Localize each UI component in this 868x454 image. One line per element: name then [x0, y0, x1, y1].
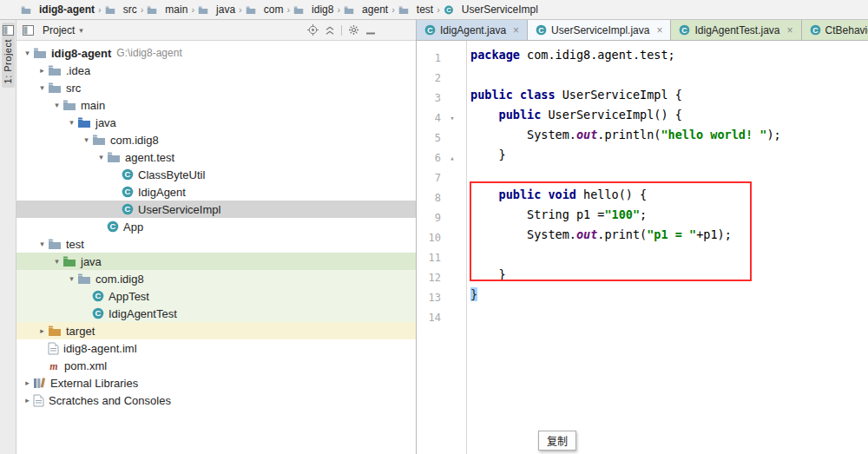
code-line[interactable]: } [470, 267, 868, 287]
code-line[interactable] [470, 68, 868, 88]
code-line[interactable]: public void hello() { [470, 188, 868, 207]
line-number[interactable]: 12 [417, 272, 441, 284]
code-line[interactable]: System.out.print("p1 = "+p1); [470, 227, 868, 247]
chevron-down-icon[interactable]: ▾ [95, 153, 107, 161]
settings-icon[interactable] [348, 24, 359, 36]
tree-row[interactable]: idig8-agent.iml [16, 339, 416, 357]
line-number[interactable]: 4 [417, 112, 441, 124]
tree-row[interactable]: CClassByteUtil [16, 166, 416, 183]
chevron-down-icon[interactable]: ▾ [36, 240, 48, 248]
locate-icon[interactable] [307, 24, 319, 36]
project-view-selector[interactable]: Project ▾ [23, 24, 83, 36]
gutter-row[interactable]: 8 [417, 188, 466, 207]
chevron-right-icon[interactable]: ▸ [22, 378, 33, 387]
breadcrumb-item[interactable]: src [102, 3, 140, 16]
tree-row[interactable]: CIdigAgent [16, 183, 416, 201]
close-icon[interactable]: × [787, 24, 793, 36]
code-line[interactable]: public UserServiceImpl() { [470, 108, 868, 128]
tree-row[interactable]: ▾src [16, 79, 416, 96]
close-icon[interactable]: × [513, 24, 519, 36]
gutter-row[interactable]: 10 [417, 227, 466, 247]
tree-row[interactable]: ▸External Libraries [16, 374, 416, 391]
breadcrumb-item[interactable]: java [195, 3, 238, 16]
line-number[interactable]: 2 [417, 72, 441, 84]
breadcrumb-item[interactable]: CUserServiceImpl [441, 3, 541, 16]
fold-close-icon[interactable]: ▴ [441, 154, 464, 162]
gutter-row[interactable]: 1 [417, 48, 466, 68]
gutter-row[interactable]: 9 [417, 207, 466, 227]
line-number[interactable]: 11 [417, 252, 441, 264]
tree-row[interactable]: ▾agent.test [16, 148, 416, 166]
line-number[interactable]: 8 [417, 192, 441, 204]
chevron-down-icon[interactable]: ▾ [66, 118, 77, 127]
project-tool-window-button[interactable]: 1: Project [2, 23, 15, 88]
line-number[interactable]: 13 [417, 292, 441, 304]
fold-open-icon[interactable]: ▾ [441, 114, 464, 122]
gutter-row[interactable]: 4▾ [417, 108, 466, 128]
line-number[interactable]: 7 [417, 172, 441, 184]
tree-row[interactable]: CUserServiceImpl [16, 201, 416, 218]
tree-row[interactable]: ▾com.idig8 [16, 270, 416, 287]
tree-row[interactable]: ▾java [16, 253, 416, 270]
line-number[interactable]: 3 [417, 92, 441, 104]
gutter-row[interactable]: 14 [417, 307, 466, 327]
line-number[interactable]: 6 [417, 152, 441, 164]
editor-tab[interactable]: CIdigAgent.java× [417, 20, 528, 40]
code-line[interactable]: package com.idig8.agent.test; [470, 48, 868, 68]
gutter-row[interactable]: 6▴ [417, 148, 466, 168]
breadcrumb-item[interactable]: com [243, 3, 286, 16]
gutter-row[interactable]: 3 [417, 88, 466, 108]
chevron-down-icon[interactable]: ▾ [22, 49, 33, 57]
close-icon[interactable]: × [656, 24, 662, 36]
code-line[interactable]: System.out.println("hello world! "); [470, 128, 868, 148]
code-line[interactable] [470, 247, 868, 267]
tree-row[interactable]: ▾com.idig8 [16, 131, 416, 148]
chevron-down-icon[interactable]: ▾ [81, 135, 92, 144]
tree-row[interactable]: ▾idig8-agentG:\idig8-agent [16, 44, 416, 62]
breadcrumb-item[interactable]: idig8 [291, 3, 336, 16]
chevron-right-icon[interactable]: ▸ [36, 326, 48, 335]
hide-icon[interactable] [365, 25, 376, 36]
tree-row[interactable]: ▾java [16, 114, 416, 131]
code-line[interactable]: } [470, 287, 868, 307]
chevron-down-icon[interactable]: ▾ [51, 257, 62, 266]
gutter-row[interactable]: 13 [417, 287, 466, 307]
breadcrumb-item[interactable]: test [396, 3, 436, 16]
code-line[interactable] [470, 168, 868, 188]
line-number[interactable]: 5 [417, 132, 441, 144]
gutter-row[interactable]: 5 [417, 128, 466, 148]
editor-tab[interactable]: CUserServiceImpl.java× [528, 20, 671, 40]
tree-row[interactable]: ▸Scratches and Consoles [16, 391, 416, 409]
editor-tab[interactable]: CCtBehavior [802, 20, 868, 40]
gutter-row[interactable]: 11 [417, 247, 466, 267]
chevron-down-icon[interactable]: ▾ [51, 101, 62, 109]
code-line[interactable] [470, 307, 868, 327]
chevron-down-icon[interactable]: ▾ [36, 83, 48, 92]
gutter-row[interactable]: 7 [417, 168, 466, 188]
breadcrumb-item[interactable]: main [144, 3, 190, 16]
breadcrumb-item[interactable]: idig8-agent [18, 3, 97, 16]
chevron-right-icon[interactable]: ▸ [36, 66, 48, 75]
code-lines[interactable]: package com.idig8.agent.test;public clas… [467, 41, 868, 454]
tree-row[interactable]: CIdigAgentTest [16, 305, 416, 322]
copy-tooltip[interactable]: 复制 [538, 431, 576, 451]
code-line[interactable]: String p1 ="100"; [470, 207, 868, 227]
gutter-row[interactable]: 2 [417, 68, 466, 88]
tree-row[interactable]: ▾main [16, 96, 416, 114]
tree-row[interactable]: ▸.idea [16, 62, 416, 79]
chevron-right-icon[interactable]: ▸ [22, 396, 33, 405]
editor-tab[interactable]: CIdigAgentTest.java× [671, 20, 801, 40]
tree-row[interactable]: CApp [16, 218, 416, 235]
collapse-all-icon[interactable] [325, 25, 335, 36]
line-number[interactable]: 1 [417, 52, 441, 64]
gutter-row[interactable]: 12 [417, 267, 466, 287]
tree-row[interactable]: ▸target [16, 322, 416, 339]
code-line[interactable]: } [470, 148, 868, 168]
line-number[interactable]: 14 [417, 312, 441, 324]
code-line[interactable]: public class UserServiceImpl { [470, 88, 868, 108]
line-number[interactable]: 9 [417, 212, 441, 224]
tree-row[interactable]: CAppTest [16, 287, 416, 305]
breadcrumb-item[interactable]: agent [341, 3, 391, 16]
tree-row[interactable]: mpom.xml [16, 357, 416, 374]
tree-row[interactable]: ▾test [16, 235, 416, 253]
